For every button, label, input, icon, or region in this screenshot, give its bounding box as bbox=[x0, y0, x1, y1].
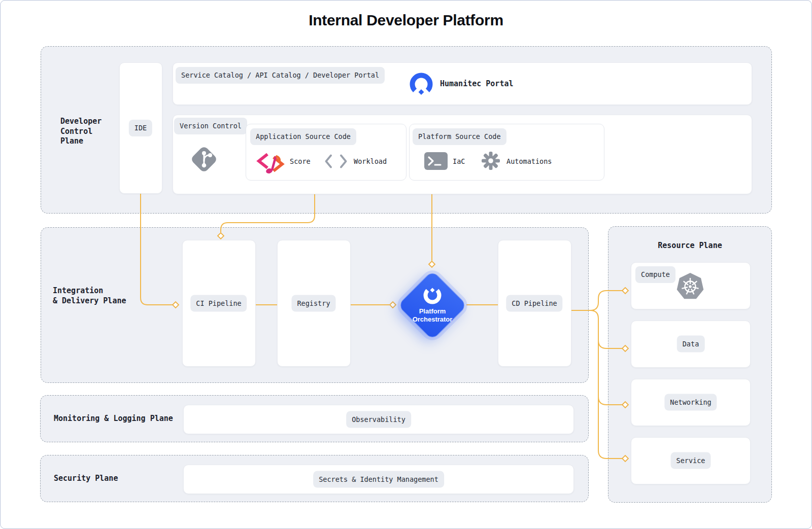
networking-chip: Networking bbox=[664, 394, 717, 411]
developer-control-plane-label: Developer Control Plane bbox=[60, 117, 101, 147]
git-icon bbox=[190, 145, 218, 173]
compute-chip: Compute bbox=[635, 266, 675, 283]
security-plane-label: Security Plane bbox=[54, 474, 118, 484]
code-brackets-icon bbox=[324, 154, 348, 168]
monitoring-logging-plane-label: Monitoring & Logging Plane bbox=[54, 414, 173, 424]
label-line: Control bbox=[60, 127, 101, 137]
registry-chip: Registry bbox=[291, 295, 335, 312]
service-chip: Service bbox=[671, 452, 711, 469]
label-line: Plane bbox=[60, 136, 101, 147]
label-line: Orchestrator bbox=[413, 315, 453, 324]
integration-delivery-plane-label: Integration & Delivery Plane bbox=[53, 286, 126, 306]
data-chip: Data bbox=[677, 336, 705, 352]
ci-pipeline-chip: CI Pipeline bbox=[190, 295, 247, 312]
ide-chip: IDE bbox=[129, 120, 152, 136]
resource-plane-title: Resource Plane bbox=[608, 241, 772, 250]
label-line: Integration bbox=[53, 286, 126, 296]
application-source-code-chip: Application Source Code bbox=[250, 128, 356, 145]
score-icon bbox=[255, 150, 286, 175]
cd-pipeline-chip: CD Pipeline bbox=[506, 295, 562, 312]
automations-label: Automations bbox=[506, 157, 552, 166]
label-line: Platform bbox=[413, 307, 453, 315]
kubernetes-icon bbox=[676, 272, 704, 301]
version-control-chip: Version Control bbox=[174, 118, 247, 134]
label-line: Developer bbox=[60, 117, 101, 127]
score-label: Score bbox=[290, 157, 311, 166]
humanitec-mark-icon bbox=[421, 288, 444, 305]
humanitec-portal-label: Humanitec Portal bbox=[440, 79, 514, 88]
platform-source-code-chip: Platform Source Code bbox=[413, 128, 506, 145]
platform-orchestrator-content: Platform Orchestrator bbox=[408, 281, 457, 330]
terminal-icon bbox=[424, 152, 448, 170]
workload-label: Workload bbox=[354, 157, 387, 166]
humanitec-logo-icon bbox=[408, 72, 434, 96]
observability-chip: Observability bbox=[346, 411, 411, 428]
page-title: Internal Developer Platform bbox=[1, 12, 811, 29]
secrets-identity-chip: Secrets & Identity Management bbox=[313, 471, 444, 488]
label-line: & Delivery Plane bbox=[53, 296, 126, 306]
diagram-canvas: Internal Developer Platform bbox=[0, 0, 812, 529]
iac-label: IaC bbox=[453, 157, 465, 166]
gear-icon bbox=[481, 151, 500, 170]
platform-orchestrator-label: Platform Orchestrator bbox=[413, 307, 453, 323]
service-catalog-chip: Service Catalog / API Catalog / Develope… bbox=[176, 67, 385, 84]
